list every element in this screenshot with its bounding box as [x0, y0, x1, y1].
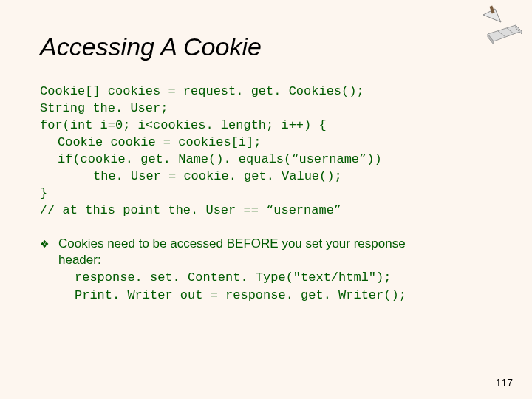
bullet-item: ❖ Cookies need to be accessed BEFORE you… [40, 236, 501, 304]
code-line: for(int i=0; i<cookies. length; i++) { [40, 118, 327, 132]
page-number: 117 [496, 377, 513, 389]
code-line: Cookie[] cookies = request. get. Cookies… [40, 84, 364, 98]
code-block: Cookie[] cookies = request. get. Cookies… [40, 83, 501, 219]
slide-title: Accessing A Cookie [40, 33, 501, 61]
code-line: } [40, 186, 47, 200]
code-line: String the. User; [40, 101, 168, 115]
code-line: // at this point the. User == “username” [40, 203, 341, 217]
bullet-code-line: response. set. Content. Type("text/html"… [58, 270, 406, 286]
code-line: the. User = cookie. get. Value(); [40, 169, 342, 183]
bullet-code-line: Print. Writer out = response. get. Write… [58, 287, 406, 304]
trowel-brick-icon [473, 4, 525, 46]
code-line: if(cookie. get. Name(). equals(“username… [40, 152, 382, 166]
bullet-text-line: header: [58, 252, 406, 268]
bullet-content: Cookies need to be accessed BEFORE you s… [58, 236, 406, 304]
bullet-text-line: Cookies need to be accessed BEFORE you s… [58, 236, 406, 252]
diamond-bullet-icon: ❖ [40, 236, 50, 251]
code-line: Cookie cookie = cookies[i]; [40, 135, 261, 149]
slide: Accessing A Cookie Cookie[] cookies = re… [0, 0, 532, 399]
